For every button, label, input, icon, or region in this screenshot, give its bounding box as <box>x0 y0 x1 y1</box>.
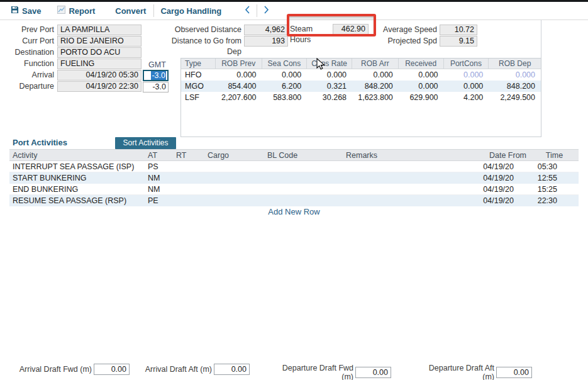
cargo-handling-button[interactable]: Cargo Handling <box>160 6 221 16</box>
fuel-cell: 629.900 <box>399 92 444 103</box>
activities-table: Activity AT RT Cargo BL Code Remarks Dat… <box>9 149 579 206</box>
at-cell: NM <box>145 172 173 183</box>
gmt-departure-input[interactable]: -3.0 <box>143 82 169 92</box>
activities-table-header: Activity AT RT Cargo BL Code Remarks Dat… <box>9 149 579 161</box>
time-header[interactable]: Time <box>530 150 579 160</box>
date-from-cell: 04/19/20 <box>481 172 530 183</box>
average-speed-field[interactable]: 10.72 <box>440 25 477 35</box>
fuel-row-mgo[interactable]: MGO 854.400 6.200 0.321 848.200 0.000 0.… <box>181 81 541 92</box>
fuel-header-rob-dep[interactable]: ROB Dep <box>489 59 541 69</box>
fuel-row-lsf[interactable]: LSF 2,207.600 583.800 30.268 1,623.800 6… <box>181 92 541 103</box>
departure-draft-fwd-group: Departure Draft Fwd (m) 0.00 <box>277 364 391 380</box>
destination-field[interactable]: PORTO DO ACU <box>57 47 141 58</box>
departure-field[interactable]: 04/19/20 22:30 <box>57 81 141 92</box>
observed-distance-label: Observed Distance <box>165 25 241 35</box>
bl-code-cell <box>264 161 343 172</box>
toolbar: Save Report Convert Cargo Handling <box>0 2 588 20</box>
convert-button[interactable]: Convert <box>115 6 146 16</box>
sort-activities-button[interactable]: Sort Activities <box>115 137 176 149</box>
fuel-cell: 0.000 <box>307 69 352 81</box>
steam-hours-label: Steam Hours <box>290 24 330 45</box>
fuel-cell: 0.000 <box>216 69 262 81</box>
projected-spd-label: Projected Spd <box>382 36 437 47</box>
arrival-draft-aft-group: Arrival Draft Aft (m) 0.00 <box>141 364 250 375</box>
date-from-header[interactable]: Date From <box>481 150 530 160</box>
fuel-cell: 30.268 <box>307 92 352 103</box>
next-page-button[interactable] <box>260 6 272 16</box>
gmt-label: GMT <box>148 60 166 69</box>
at-cell: NM <box>145 184 173 194</box>
activity-row[interactable]: RESUME SEA PASSAGE (RSP) PE 04/19/20 22:… <box>9 195 579 206</box>
prev-page-button[interactable] <box>241 6 253 16</box>
remarks-cell <box>343 195 481 206</box>
cargo-header[interactable]: Cargo <box>204 150 264 160</box>
activity-cell: START BUNKERING <box>9 172 145 183</box>
gmt-arrival-input[interactable]: -3.0 <box>143 70 169 81</box>
departure-draft-aft-label: Departure Draft Aft (m) <box>418 364 494 380</box>
arrival-row: Arrival 04/19/20 05:30 <box>5 70 141 81</box>
activity-row[interactable]: INTERRUPT SEA PASSAGE (ISP) PS 04/19/20 … <box>9 161 579 172</box>
departure-draft-aft-group: Departure Draft Aft (m) 0.00 <box>418 364 532 380</box>
fuel-type: MGO <box>181 81 216 92</box>
departure-draft-fwd-input[interactable]: 0.00 <box>355 367 391 378</box>
rt-header[interactable]: RT <box>173 150 204 160</box>
at-header[interactable]: AT <box>145 150 173 160</box>
activity-header[interactable]: Activity <box>9 150 145 160</box>
activity-row[interactable]: END BUNKERING NM 04/19/20 15:25 <box>9 184 579 195</box>
time-cell: 12:55 <box>530 172 579 183</box>
fuel-header-rob-prev[interactable]: ROB Prev <box>216 59 262 69</box>
fuel-header-type[interactable]: Type <box>181 59 216 69</box>
time-cell: 22:30 <box>530 195 579 206</box>
report-button[interactable]: Report <box>57 6 95 16</box>
fuel-row-hfo[interactable]: HFO 0.000 0.000 0.000 0.000 0.000 0.000 … <box>181 69 541 81</box>
fuel-cell: 2,207.600 <box>216 92 262 103</box>
observed-distance-field[interactable]: 4,962 <box>244 25 288 35</box>
save-button[interactable]: Save <box>11 6 41 16</box>
destination-row: Destination PORTO DO ACU <box>5 47 141 58</box>
toolbar-separator <box>153 4 154 17</box>
distance-to-go-group: Distance to Go from Dep 193 <box>165 36 288 57</box>
remarks-header[interactable]: Remarks <box>343 150 481 160</box>
time-cell: 05:30 <box>530 161 579 172</box>
add-new-row-link[interactable]: Add New Row <box>9 207 579 216</box>
fuel-rob-table: Type ROB Prev Sea Cons Cons Rate ROB Arr… <box>180 58 541 137</box>
arrival-field[interactable]: 04/19/20 05:30 <box>57 70 141 81</box>
fuel-header-portcons[interactable]: PortCons <box>444 59 489 69</box>
cargo-handling-label: Cargo Handling <box>160 6 221 16</box>
function-field[interactable]: FUELING <box>57 59 141 69</box>
bl-code-cell <box>264 184 343 194</box>
arrival-draft-fwd-input[interactable]: 0.00 <box>94 364 130 375</box>
fuel-header-rob-arr[interactable]: ROB Arr <box>352 59 399 69</box>
fuel-cell: 583.800 <box>262 92 308 103</box>
arrival-label: Arrival <box>5 70 54 81</box>
fuel-header-received[interactable]: Received <box>399 59 444 69</box>
fuel-header-cons-rate[interactable]: Cons Rate <box>307 59 352 69</box>
activity-row[interactable]: START BUNKERING NM 04/19/20 12:55 <box>9 172 579 184</box>
port-info-form: Prev Port LA PAMPILLA Curr Port RIO DE J… <box>5 25 141 92</box>
bl-code-cell <box>264 195 343 206</box>
departure-draft-aft-input[interactable]: 0.00 <box>496 367 532 378</box>
arrival-draft-aft-input[interactable]: 0.00 <box>214 364 250 375</box>
prev-port-field[interactable]: LA PAMPILLA <box>57 25 141 35</box>
distance-to-go-field[interactable]: 193 <box>244 36 288 47</box>
time-cell: 15:25 <box>530 184 579 194</box>
fuel-cell: 6.200 <box>262 81 308 92</box>
fuel-cell: 0.000 <box>489 69 541 81</box>
arrival-draft-fwd-group: Arrival Draft Fwd (m) 0.00 <box>19 364 130 375</box>
save-icon <box>11 6 19 16</box>
bl-code-cell <box>264 172 343 183</box>
fuel-type: HFO <box>181 69 216 81</box>
bl-code-header[interactable]: BL Code <box>264 150 343 160</box>
rt-cell <box>173 161 204 172</box>
chevron-right-icon <box>263 6 269 16</box>
projected-spd-field[interactable]: 9.15 <box>440 36 477 47</box>
at-cell: PS <box>145 161 173 172</box>
fuel-cell: 0.000 <box>444 69 489 81</box>
arrival-draft-aft-label: Arrival Draft Aft (m) <box>141 365 212 374</box>
function-row: Function FUELING <box>5 59 141 69</box>
steam-hours-field[interactable]: 462.90 <box>333 24 369 35</box>
distance-to-go-label: Distance to Go from Dep <box>165 36 241 57</box>
cargo-cell <box>204 184 264 194</box>
curr-port-field[interactable]: RIO DE JANEIRO <box>57 36 141 47</box>
fuel-header-sea-cons[interactable]: Sea Cons <box>262 59 308 69</box>
